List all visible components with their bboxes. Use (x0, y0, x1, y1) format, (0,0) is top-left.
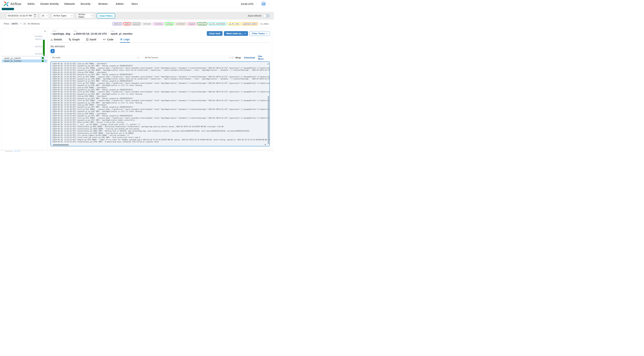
mark-state-button[interactable]: Mark state as... (224, 31, 248, 36)
clock-menu[interactable]: 13:52 UTC (241, 3, 254, 6)
log-line: [2024-03-18, 13:42:23 UTC] {rest.py:231}… (52, 67, 270, 69)
state-badge[interactable]: no_status (259, 22, 270, 25)
chevron-down-icon (124, 4, 126, 5)
chevron-down-icon[interactable] (256, 4, 258, 5)
log-line: [2024-03-18, 13:42:48 UTC] {rest.py:231}… (52, 108, 270, 110)
tab-details[interactable]: △ Details (50, 38, 62, 42)
shortcuts-hint: Press shift + / for Shortcuts (4, 23, 40, 25)
warning-icon: △ (51, 38, 52, 41)
log-line: [2024-03-18, 13:42:53 UTC] {taskinstance… (52, 128, 270, 130)
auto-refresh-label: Auto-refresh (248, 14, 261, 17)
state-badge[interactable]: skipped (187, 22, 196, 25)
scroll-right-arrow[interactable] (265, 144, 267, 145)
log-line: [2024-03-18, 13:42:53 UTC] {base.py:287}… (52, 121, 270, 123)
log-viewer[interactable]: [2024-03-18, 13:42:23 UTC] {job.py:216} … (50, 61, 270, 146)
tab-code[interactable]: <> Code (102, 38, 114, 42)
state-badge[interactable]: removed (142, 22, 152, 25)
state-badge[interactable]: up_for_retry (228, 22, 241, 25)
avatar[interactable]: AA (261, 1, 266, 7)
calendar-icon[interactable] (34, 15, 36, 17)
state-badge[interactable]: scheduled (175, 22, 186, 25)
filter-tasks-button[interactable]: Filter Tasks (250, 31, 270, 36)
state-badge[interactable]: up_for_reschedule (208, 22, 227, 25)
duration-tick: 00:00:18 (35, 46, 42, 48)
task-link[interactable]: spark_pi_monitor (110, 32, 132, 35)
task-instance-cell[interactable] (41, 59, 45, 62)
state-badge[interactable]: upstream_failed (242, 22, 258, 25)
grid-card: « Duration 00:00:3700:00:1800:00:00 spar… (2, 28, 272, 149)
nav-menu-admin[interactable]: Admin (116, 3, 126, 5)
state-badge[interactable]: success (197, 22, 207, 25)
run-types-select[interactable]: All Run Types (52, 13, 74, 18)
chevron-down-icon[interactable] (269, 4, 270, 5)
airflow-logo-icon (3, 1, 10, 7)
auto-refresh-toggle[interactable] (263, 14, 270, 18)
nav-item-cluster-activity[interactable]: Cluster Activity (40, 3, 59, 5)
filter-bar: 03/18/2024, 01:52:47 PM 25 All Run Types… (0, 12, 274, 20)
base-date-input[interactable]: 03/18/2024, 01:52:47 PM (6, 13, 38, 18)
collapse-sidebar-icon[interactable]: « (44, 30, 46, 33)
task-success-square[interactable] (42, 60, 44, 62)
tab-gantt[interactable]: Gantt (86, 38, 96, 42)
state-badge[interactable]: queued (132, 22, 141, 25)
num-runs-select[interactable]: 25 (40, 13, 49, 18)
brand-title: Airflow (10, 2, 21, 6)
nav-menu-security[interactable]: Security (80, 3, 93, 5)
version-link[interactable]: v2.7.2 (14, 150, 20, 151)
tab-logs[interactable]: Logs (120, 38, 130, 43)
scroll-up-arrow[interactable] (268, 63, 269, 64)
log-line: [2024-03-18, 13:42:33 UTC] {pyspark_pi.p… (52, 84, 270, 86)
wrap-checkbox[interactable] (232, 57, 234, 59)
horizontal-scrollbar-thumb[interactable] (53, 144, 69, 145)
attempt-1-button[interactable]: 1 (50, 49, 55, 53)
clear-filters-button[interactable]: Clear Filters (97, 13, 115, 18)
log-line: [2024-03-18, 13:42:53 UTC] {dagrun.py:73… (52, 139, 270, 141)
file-source-select[interactable]: All File Sources (143, 56, 232, 59)
state-badge[interactable]: restarting (153, 22, 164, 25)
clear-task-button[interactable]: Clear task (207, 31, 223, 36)
log-line: [2024-03-18, 13:42:43 UTC] {job.py:216} … (52, 104, 270, 106)
state-badge[interactable]: deferred (112, 22, 122, 25)
state-badge[interactable]: running (164, 22, 174, 25)
collapse-panel-icon[interactable]: » (50, 31, 52, 35)
run-states-select[interactable]: All Run States (77, 13, 93, 18)
task-detail-panel: » DAG sparkapp_dag / Run ▶2024-03-18, 13… (47, 28, 272, 149)
nav-item-datasets[interactable]: Datasets (64, 3, 75, 5)
log-line: [2024-03-18, 13:42:33 UTC] {pyspark_pi.p… (52, 80, 270, 82)
log-line: [2024-03-18, 13:42:53 UTC] {taskinstance… (52, 132, 270, 134)
detail-header: » DAG sparkapp_dag / Run ▶2024-03-18, 13… (50, 28, 270, 36)
tab-graph[interactable]: Graph (68, 38, 80, 42)
vertical-scrollbar-thumb[interactable] (268, 96, 269, 144)
download-link[interactable]: Download (244, 56, 255, 59)
task-row-spark-pi-monitor[interactable]: spark_pi_monitor (2, 59, 47, 62)
chevron-down-icon (109, 4, 110, 5)
graph-icon (69, 38, 71, 41)
breadcrumb-dag: DAG sparkapp_dag (52, 30, 70, 35)
gantt-icon (86, 38, 88, 41)
see-more-link[interactable]: See More (258, 55, 268, 60)
task-success-square[interactable] (42, 57, 44, 59)
dag-link[interactable]: sparkapp_dag (52, 32, 70, 35)
log-line: [2024-03-18, 13:42:38 UTC] {job.py:216} … (52, 95, 270, 97)
dag-run-bar-fill (43, 40, 45, 56)
state-badge[interactable]: failed (123, 22, 131, 25)
kbd-slash: / (22, 23, 27, 25)
kbd-shift: shift (10, 23, 19, 25)
navbar: Airflow DAGs Cluster Activity Datasets S… (0, 0, 274, 8)
nav-item-dags[interactable]: DAGs (28, 3, 34, 5)
run-link[interactable]: ▶2024-03-18, 13:42:16 UTC (74, 32, 107, 35)
task-row-spark-pi-submit[interactable]: spark_pi_submit (2, 57, 47, 59)
nav-menu-browse[interactable]: Browse (98, 3, 110, 5)
nav-menu-docs[interactable]: Docs (132, 3, 140, 5)
task-instance-cell[interactable] (41, 57, 45, 59)
log-level-select[interactable]: All Levels (50, 56, 140, 59)
log-line: [2024-03-18, 13:42:28 UTC] {pyspark_pi.p… (52, 73, 270, 76)
log-line: [2024-03-18, 13:42:33 UTC] {job.py:216} … (52, 87, 270, 89)
log-line: [2024-03-18, 13:42:48 UTC] {job.py:216} … (52, 113, 270, 115)
chevron-down-icon (91, 15, 92, 16)
chevron-down-icon (137, 57, 139, 58)
dag-run-duration-bar[interactable] (43, 39, 45, 56)
task-action-buttons: Clear task Mark state as... Filter Tasks (207, 31, 270, 36)
wrap-label: Wrap (235, 56, 241, 59)
log-line: [2024-03-18, 13:42:48 UTC] {pyspark_pi.p… (52, 110, 270, 112)
